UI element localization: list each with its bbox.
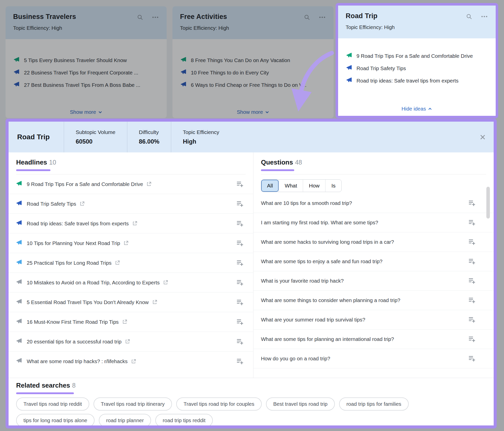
headline-row: 25 Practical Tips for Long Road Trips <box>9 253 253 273</box>
filter-tab-is[interactable]: Is <box>325 180 341 192</box>
topic-efficiency-label: Topic Efficiency: High <box>346 24 488 30</box>
related-pill[interactable]: Travel tips road trip itinerary <box>94 397 172 411</box>
question-text: I am starting my first road trip. What a… <box>261 220 378 226</box>
megaphone-icon <box>16 220 22 227</box>
related-pill[interactable]: Best travel tips road trip <box>266 397 335 411</box>
related-pill[interactable]: road trip planner <box>99 414 151 427</box>
stat-value: High <box>183 138 219 145</box>
idea-item[interactable]: 9 Road Trip Tips For a Safe and Comforta… <box>346 53 488 59</box>
megaphone-icon <box>346 65 352 71</box>
add-to-list-icon[interactable] <box>236 279 244 286</box>
add-to-list-icon[interactable] <box>236 239 244 247</box>
stat-value: 86.00% <box>139 138 159 145</box>
question-row: What are some hacks to surviving long ro… <box>253 232 494 252</box>
megaphone-icon <box>16 338 22 345</box>
add-to-list-icon[interactable] <box>236 259 244 267</box>
question-row: What are your summer road trip survival … <box>253 310 494 330</box>
related-pill[interactable]: Travel tips road trip reddit <box>16 397 89 411</box>
headlines-count: 10 <box>49 159 56 166</box>
external-link-icon[interactable] <box>132 221 137 226</box>
question-row: What is your favorite road trip hack? <box>253 271 494 291</box>
related-pill[interactable]: Travel tips road trip for couples <box>176 397 262 411</box>
megaphone-icon <box>346 52 352 59</box>
annotation-arrow <box>287 48 339 115</box>
add-to-list-icon[interactable] <box>468 316 476 324</box>
idea-item-text: Road Trip Safety Tips <box>357 65 406 71</box>
add-to-list-icon[interactable] <box>236 220 244 227</box>
add-to-list-icon[interactable] <box>468 199 476 207</box>
external-link-icon[interactable] <box>146 181 152 187</box>
headlines-title: Headlines <box>16 158 47 166</box>
related-pill[interactable]: road trip tips for families <box>339 397 409 411</box>
megaphone-icon <box>346 77 352 84</box>
headline-text: 10 Mistakes to Avoid on a Road Trip, Acc… <box>27 280 160 286</box>
question-row: What are 10 tips for a smooth road trip? <box>253 194 494 213</box>
question-text: What is your favorite road trip hack? <box>261 278 344 284</box>
question-row: What are some tips to enjoy a safe and f… <box>253 252 494 271</box>
headlines-underline <box>16 169 50 171</box>
headline-row: What are some road trip hacks? : r/lifeh… <box>9 352 253 371</box>
question-row: How do you go on a road trip? <box>253 349 494 368</box>
hide-ideas-link[interactable]: Hide ideas <box>338 106 496 112</box>
add-to-list-icon[interactable] <box>468 219 476 226</box>
add-to-list-icon[interactable] <box>468 335 476 343</box>
external-link-icon[interactable] <box>152 300 157 305</box>
scrollbar-thumb[interactable] <box>486 187 490 219</box>
external-link-icon[interactable] <box>131 359 136 364</box>
add-to-list-icon[interactable] <box>468 238 476 246</box>
stat-label: Difficulty <box>139 129 159 135</box>
question-text: What are some things to consider when pl… <box>261 297 400 303</box>
external-link-icon[interactable] <box>122 319 127 325</box>
add-to-list-icon[interactable] <box>236 200 244 208</box>
stat-subtopic-volume: Subtopic Volume 60500 <box>64 122 127 152</box>
add-to-list-icon[interactable] <box>468 297 476 304</box>
questions-section: Questions48 All What How Is What are 10 … <box>253 152 494 378</box>
question-filter-group: All What How Is <box>261 179 342 192</box>
megaphone-icon <box>16 259 22 266</box>
add-to-list-icon[interactable] <box>236 338 244 345</box>
external-link-icon[interactable] <box>163 280 168 285</box>
add-to-list-icon[interactable] <box>468 277 476 285</box>
headlines-section: Headlines10 9 Road Trip Tips For a Safe … <box>9 152 253 378</box>
headline-row: 10 Tips for Planning Your Next Road Trip <box>9 233 253 253</box>
stat-value: 60500 <box>76 138 115 145</box>
topic-card-road-trip-selected: Road Trip Topic Efficiency: High 9 Road … <box>336 3 498 118</box>
questions-header: Questions48 <box>253 152 494 174</box>
megaphone-icon <box>16 299 22 305</box>
search-icon[interactable] <box>466 13 472 20</box>
idea-item[interactable]: Road trip ideas: Safe travel tips from e… <box>346 78 488 84</box>
external-link-icon[interactable] <box>115 260 120 265</box>
add-to-list-icon[interactable] <box>468 258 476 265</box>
add-to-list-icon[interactable] <box>236 299 244 306</box>
external-link-icon[interactable] <box>79 201 85 206</box>
add-to-list-icon[interactable] <box>468 355 476 362</box>
divider <box>261 174 486 174</box>
headline-text: Road trip ideas: Safe travel tips from e… <box>27 221 129 227</box>
filter-tab-what[interactable]: What <box>279 180 303 192</box>
related-pill[interactable]: tips for long road trips alone <box>16 414 95 427</box>
filter-tab-how[interactable]: How <box>303 180 325 192</box>
add-to-list-icon[interactable] <box>236 358 244 365</box>
megaphone-icon <box>16 181 22 187</box>
close-icon[interactable] <box>479 134 486 141</box>
idea-item[interactable]: Road Trip Safety Tips <box>346 65 488 71</box>
filter-tab-all[interactable]: All <box>261 180 279 192</box>
external-link-icon[interactable] <box>123 240 129 246</box>
external-link-icon[interactable] <box>125 339 130 344</box>
headline-row: 5 Essential Road Travel Tips You Don't A… <box>9 292 253 312</box>
headline-row: 10 Mistakes to Avoid on a Road Trip, Acc… <box>9 273 253 292</box>
stat-topic-efficiency: Topic Efficiency High <box>171 122 231 152</box>
headline-text: Road Trip Safety Tips <box>27 201 76 207</box>
stat-difficulty: Difficulty 86.00% <box>127 122 171 152</box>
headline-text: 20 essential tips for a successful road … <box>27 339 122 345</box>
question-row: I am starting my first road trip. What a… <box>253 213 494 232</box>
question-row: What are some tips for planning an inter… <box>253 330 494 349</box>
headline-row: 9 Road Trip Tips For a Safe and Comforta… <box>9 174 253 194</box>
headline-text: 10 Tips for Planning Your Next Road Trip <box>27 240 120 246</box>
related-pill[interactable]: road trip tips reddit <box>155 414 213 427</box>
add-to-list-icon[interactable] <box>236 318 244 326</box>
more-menu-icon[interactable] <box>481 13 488 20</box>
headlines-header: Headlines10 <box>9 152 253 174</box>
add-to-list-icon[interactable] <box>236 180 244 188</box>
headline-text: 9 Road Trip Tips For a Safe and Comforta… <box>27 181 143 187</box>
